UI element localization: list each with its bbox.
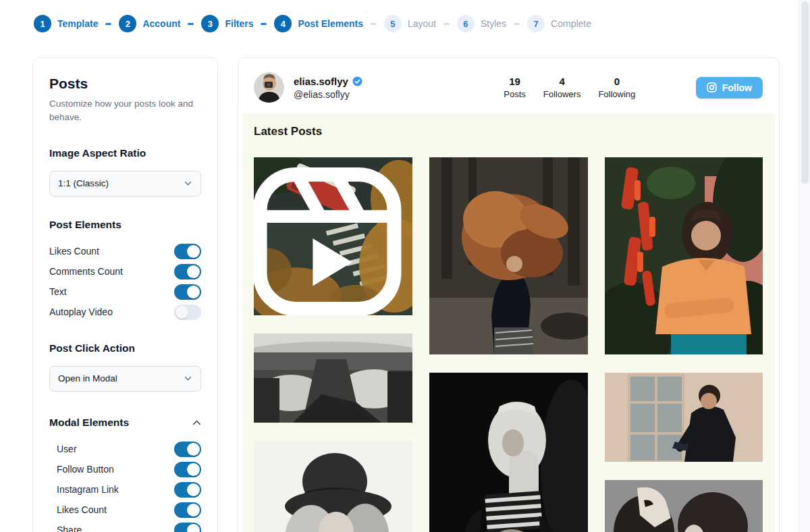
comments-count-toggle[interactable]: [174, 264, 201, 280]
step-connector: [371, 23, 377, 25]
modal-instagram-link-label: Instagram Link: [57, 484, 119, 495]
avatar[interactable]: [254, 72, 284, 103]
step-filters[interactable]: 3 Filters: [180, 15, 253, 32]
likes-count-toggle[interactable]: [174, 244, 201, 259]
modal-share-toggle[interactable]: [174, 523, 201, 532]
post-thumbnail[interactable]: [254, 157, 412, 315]
post-thumbnail[interactable]: [605, 157, 763, 354]
post-thumbnail[interactable]: [605, 480, 763, 532]
setting-row: Share: [57, 523, 201, 532]
step-number: 4: [274, 15, 292, 32]
follow-label: Follow: [722, 82, 752, 93]
autoplay-video-label: Autoplay Video: [49, 307, 113, 317]
modal-user-toggle[interactable]: [174, 442, 201, 457]
setting-row: User: [57, 442, 201, 457]
setting-row: Comments Count: [49, 264, 201, 280]
setting-row: Likes Count: [57, 502, 201, 518]
setting-row: Autoplay Video: [49, 304, 201, 320]
modal-share-label: Share: [57, 525, 82, 532]
step-label: Template: [57, 18, 98, 29]
step-number: 5: [384, 15, 402, 32]
autoplay-video-toggle[interactable]: [174, 304, 201, 320]
stat-followers: 4 Followers: [543, 76, 581, 99]
step-label: Filters: [225, 18, 253, 29]
chevron-down-icon: [184, 179, 192, 188]
profile-header: elias.soflyy @elias.soflyy 19 Posts 4 Fo…: [238, 58, 779, 113]
step-connector: [105, 23, 111, 25]
modal-follow-button-label: Follow Button: [57, 464, 114, 475]
step-connector: [188, 23, 194, 25]
step-number: 3: [201, 15, 219, 32]
post-click-action-select[interactable]: Open in Modal: [49, 366, 201, 392]
grid-column: [605, 157, 763, 532]
modal-instagram-link-toggle[interactable]: [174, 482, 201, 498]
step-label: Layout: [408, 18, 436, 29]
image-aspect-ratio-heading: Image Aspect Ratio: [49, 147, 201, 159]
post-thumbnail[interactable]: [254, 334, 412, 423]
step-post-elements[interactable]: 4 Post Elements: [253, 15, 362, 32]
step-label: Account: [142, 18, 180, 29]
grid-column: [254, 157, 412, 532]
latest-posts-heading: Latest Posts: [254, 125, 763, 138]
follow-button[interactable]: Follow: [696, 77, 763, 99]
modal-likes-count-label: Likes Count: [57, 504, 107, 515]
stat-posts: 19 Posts: [504, 76, 526, 99]
verified-badge-icon: [352, 76, 362, 86]
step-layout[interactable]: 5 Layout: [363, 15, 436, 32]
setting-row: Text: [49, 284, 201, 300]
comments-count-label: Comments Count: [49, 266, 123, 277]
panel-title: Posts: [49, 76, 201, 92]
stat-value: 0: [598, 76, 635, 87]
page-scrollbar[interactable]: [799, 0, 810, 532]
select-value: 1:1 (Classic): [58, 178, 109, 188]
profile-handle: @elias.soflyy: [294, 89, 362, 100]
text-toggle[interactable]: [174, 284, 201, 300]
step-number: 7: [527, 15, 545, 32]
step-connector: [261, 23, 267, 25]
step-connector: [514, 23, 520, 25]
step-styles[interactable]: 6 Styles: [436, 15, 506, 32]
profile-names: elias.soflyy @elias.soflyy: [294, 76, 362, 100]
stat-label: Followers: [543, 89, 581, 99]
stat-label: Following: [598, 89, 635, 99]
step-account[interactable]: 2 Account: [98, 15, 180, 32]
modal-elements-header[interactable]: Modal Elements: [49, 417, 201, 429]
post-thumbnail[interactable]: [429, 157, 588, 354]
setting-row: Follow Button: [57, 462, 201, 477]
post-thumbnail[interactable]: [254, 441, 412, 532]
posts-settings-panel: Posts Customize how your posts look and …: [32, 57, 218, 532]
wizard-stepper: 1 Template 2 Account 3 Filters 4 Post El…: [34, 15, 591, 32]
post-thumbnail[interactable]: [605, 373, 763, 462]
step-complete[interactable]: 7 Complete: [506, 15, 591, 32]
setting-row: Instagram Link: [57, 482, 201, 498]
stat-following: 0 Following: [598, 76, 635, 99]
modal-likes-count-toggle[interactable]: [174, 502, 201, 518]
modal-user-label: User: [57, 444, 77, 454]
text-label: Text: [49, 286, 67, 297]
step-connector: [443, 23, 450, 25]
step-label: Styles: [481, 18, 506, 29]
stat-value: 19: [504, 76, 526, 87]
likes-count-label: Likes Count: [49, 246, 99, 257]
post-thumbnail[interactable]: [429, 373, 588, 532]
instagram-icon: [707, 82, 717, 92]
step-template[interactable]: 1 Template: [34, 15, 98, 32]
step-number: 2: [119, 15, 136, 32]
post-click-action-heading: Post Click Action: [49, 342, 201, 354]
scrollbar-thumb[interactable]: [801, 1, 809, 184]
feed-preview-panel: elias.soflyy @elias.soflyy 19 Posts 4 Fo…: [238, 57, 780, 532]
step-label: Complete: [551, 18, 591, 29]
modal-elements-heading: Modal Elements: [49, 417, 129, 429]
setting-row: Likes Count: [49, 244, 201, 259]
chevron-up-icon: [192, 419, 201, 426]
image-aspect-ratio-select[interactable]: 1:1 (Classic): [49, 171, 201, 196]
step-number: 6: [457, 15, 475, 32]
step-number: 1: [34, 15, 51, 32]
modal-follow-button-toggle[interactable]: [174, 462, 201, 477]
select-value: Open in Modal: [58, 373, 117, 383]
post-elements-heading: Post Elements: [49, 219, 201, 231]
stat-value: 4: [543, 76, 581, 87]
panel-subtitle: Customize how your posts look and behave…: [49, 97, 194, 125]
reel-icon: [254, 163, 406, 315]
latest-posts-section: Latest Posts: [242, 113, 775, 532]
